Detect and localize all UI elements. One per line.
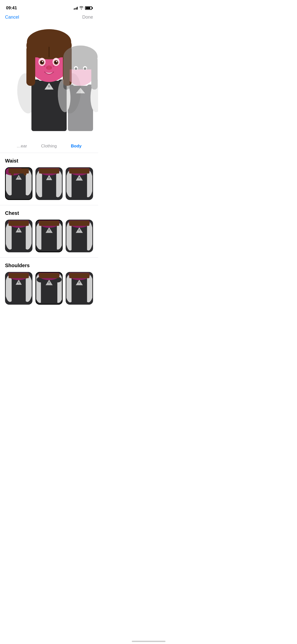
shoulders-title: Shoulders — [5, 263, 93, 268]
svg-rect-116 — [39, 273, 59, 278]
waist-options — [5, 167, 93, 200]
svg-point-52 — [18, 176, 20, 178]
wifi-icon — [79, 6, 83, 10]
svg-rect-124 — [69, 273, 90, 278]
svg-point-70 — [78, 177, 80, 179]
chest-option-3[interactable] — [66, 220, 93, 252]
svg-point-45 — [84, 67, 86, 70]
svg-point-87 — [48, 229, 50, 231]
svg-point-103 — [18, 281, 20, 283]
svg-rect-41 — [64, 61, 97, 69]
shoulders-option-2[interactable] — [35, 272, 63, 305]
shoulders-section: Shoulders — [0, 258, 98, 305]
tab-body[interactable]: Body — [69, 143, 84, 150]
svg-rect-72 — [69, 168, 90, 174]
svg-point-26 — [50, 67, 52, 68]
svg-point-122 — [78, 281, 80, 283]
battery-icon — [85, 6, 92, 10]
shoulders-options — [5, 272, 93, 305]
svg-point-25 — [46, 67, 48, 68]
svg-point-24 — [44, 65, 45, 67]
svg-point-78 — [18, 229, 20, 231]
svg-point-43 — [75, 67, 77, 70]
waist-option-3[interactable] — [66, 167, 93, 200]
waist-section: Waist — [0, 153, 98, 200]
side-avatar — [58, 43, 98, 131]
waist-option-1[interactable] — [5, 167, 32, 200]
done-button[interactable]: Done — [82, 15, 93, 20]
tab-bar: …ear Clothing Body — [0, 139, 98, 153]
chest-options — [5, 220, 93, 252]
svg-rect-80 — [9, 221, 29, 226]
avatar-preview — [0, 23, 98, 139]
chest-section: Chest — [0, 205, 98, 252]
svg-rect-89 — [39, 221, 59, 226]
cancel-button[interactable]: Cancel — [5, 15, 19, 20]
status-time: 09:41 — [6, 6, 17, 11]
waist-title: Waist — [5, 158, 93, 164]
waist-option-2[interactable] — [35, 167, 63, 200]
svg-rect-64 — [39, 168, 59, 174]
svg-rect-56 — [9, 168, 29, 174]
chest-title: Chest — [5, 210, 93, 216]
shoulders-option-3[interactable] — [66, 272, 93, 305]
tab-clothing[interactable]: Clothing — [39, 143, 59, 150]
svg-point-114 — [48, 281, 50, 283]
svg-point-22 — [56, 61, 57, 62]
svg-point-27 — [53, 65, 54, 67]
nav-bar: Cancel Done — [0, 13, 98, 23]
svg-point-28 — [46, 64, 47, 65]
svg-point-5 — [48, 85, 50, 88]
svg-rect-97 — [69, 221, 90, 226]
tab-eyewear[interactable]: …ear — [15, 143, 29, 150]
status-icons — [74, 6, 92, 10]
svg-point-95 — [78, 229, 80, 231]
signal-icon — [74, 7, 78, 10]
chest-option-2[interactable] — [35, 220, 63, 252]
svg-point-21 — [42, 61, 43, 62]
svg-point-62 — [48, 177, 50, 179]
status-bar: 09:41 — [0, 0, 98, 13]
svg-point-29 — [52, 64, 53, 65]
shoulders-option-1[interactable] — [5, 272, 32, 305]
svg-rect-105 — [9, 273, 29, 278]
chest-option-1[interactable] — [5, 220, 32, 252]
